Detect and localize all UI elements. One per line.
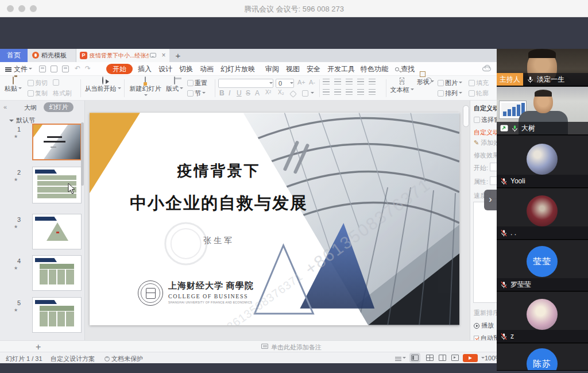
print-icon[interactable]	[51, 66, 57, 72]
notes-placeholder[interactable]: 单击此处添加备注	[271, 343, 322, 352]
add-slide-button[interactable]: +	[36, 342, 41, 352]
underline-button[interactable]: U	[237, 89, 242, 97]
slide-thumbnail-4[interactable]	[32, 255, 82, 291]
new-slide-button[interactable]: 新建幻灯片	[127, 77, 163, 99]
notes-icon	[261, 344, 268, 349]
clear-format-icon[interactable]	[291, 89, 297, 97]
slideshow-play-button[interactable]	[463, 354, 478, 362]
cut-button[interactable]: 剪切	[28, 79, 48, 87]
tab-document[interactable]: P 疫情背景下中小...经张生军(1) ×	[76, 49, 169, 62]
anim-property-select[interactable]	[490, 176, 497, 185]
participant-tile[interactable]: Yooli	[497, 136, 588, 188]
normal-view-button[interactable]	[411, 355, 419, 362]
participant-tile-host[interactable]: 主持人 淡定一生	[497, 49, 588, 86]
slideshow-view-button[interactable]	[451, 355, 459, 362]
anim-play-button[interactable]: 播放	[474, 321, 494, 330]
picture-icon	[438, 80, 444, 86]
format-painter-button[interactable]: 格式刷	[53, 89, 72, 98]
auto-preview-checkbox[interactable]: 自动预览	[474, 334, 497, 340]
menu-home-tab[interactable]: 开始	[106, 64, 133, 74]
participant-tile[interactable]: 陈苏	[497, 344, 588, 371]
menu-special-features[interactable]: 特色功能	[361, 64, 388, 74]
undo-icon[interactable]: ↶	[75, 64, 80, 72]
participant-tile[interactable]: . .	[497, 189, 588, 240]
sidebar-collapse-icon[interactable]: «	[3, 103, 7, 110]
menu-view[interactable]: 视图	[286, 64, 300, 74]
custom-animation-tab[interactable]: 自定义动画	[474, 128, 497, 137]
outline-tab[interactable]: 大纲	[24, 103, 37, 112]
picture-button[interactable]: 图片	[438, 79, 462, 87]
participant-tile[interactable]: z	[497, 292, 588, 343]
shrink-font-button[interactable]: A-	[309, 79, 315, 86]
alignment-buttons[interactable]	[323, 89, 380, 96]
play-from-current-button[interactable]: 从当前开始	[84, 77, 122, 92]
menu-insert[interactable]: 插入	[138, 64, 152, 74]
animation-star-icon: ★	[14, 177, 18, 182]
sidebar-scrollbar[interactable]	[81, 122, 84, 186]
video-panel-collapse-button[interactable]: ›	[484, 190, 497, 210]
menu-design[interactable]: 设计	[158, 64, 172, 74]
print-preview-icon[interactable]	[62, 66, 69, 72]
slide-thumbnail-5[interactable]	[32, 297, 82, 333]
slide-title-block[interactable]: 疫情背景下 中小企业的自救与发展 张生军	[108, 161, 330, 246]
slide-thumbnail-1[interactable]	[32, 124, 82, 160]
animation-list[interactable]	[473, 202, 497, 303]
comment-icon[interactable]	[150, 53, 156, 57]
menu-dev-tools[interactable]: 开发工具	[327, 64, 355, 74]
font-color-button[interactable]: A	[255, 89, 260, 97]
fill-button[interactable]: 填充	[469, 79, 489, 87]
copy-button[interactable]: 复制	[28, 89, 48, 98]
cloud-sync-icon[interactable]	[482, 67, 491, 71]
strikethrough-button[interactable]: S	[246, 89, 250, 97]
menu-review[interactable]: 审阅	[265, 64, 279, 74]
participant-tile[interactable]: 大树	[497, 87, 588, 135]
add-effect-button[interactable]: ✎ 添加效果	[474, 139, 497, 147]
layout-button[interactable]: 版式	[164, 77, 185, 92]
outline-button[interactable]: 轮廓	[469, 89, 489, 98]
menu-slideshow[interactable]: 幻灯片放映	[220, 64, 255, 74]
font-family-input[interactable]	[218, 79, 273, 88]
participant-tile[interactable]: 莹莹 罗莹莹	[497, 240, 588, 291]
tab-close-icon[interactable]: ×	[160, 49, 168, 62]
superscript-button[interactable]: X²	[265, 89, 271, 95]
grow-font-button[interactable]: A+	[297, 79, 305, 86]
paste-button[interactable]: 粘贴	[3, 77, 24, 92]
menu-security[interactable]: 安全	[307, 64, 320, 74]
bold-button[interactable]: B	[219, 89, 225, 97]
bullets-button[interactable]	[323, 79, 380, 86]
subscript-button[interactable]: X₂	[278, 89, 284, 95]
textbox-button[interactable]: A文本框	[389, 77, 415, 93]
tab-docer[interactable]: 稻壳模板	[28, 49, 76, 62]
text-effects-icon[interactable]	[302, 89, 314, 97]
slide-canvas[interactable]: +8613508376371 +8613508376371 疫情背景下 中小企业…	[90, 113, 459, 325]
selection-pane-button[interactable]: 选择窗格	[474, 116, 497, 124]
document-protection-status[interactable]: 文档未保护	[105, 355, 143, 363]
font-size-input[interactable]: 0	[276, 79, 294, 88]
hamburger-icon[interactable]	[5, 67, 11, 68]
arrange-button[interactable]: 排列	[438, 89, 462, 98]
new-tab-button[interactable]: +	[172, 49, 184, 62]
format-painter-icon-button[interactable]	[53, 79, 60, 86]
default-section-row[interactable]: 默认节	[9, 116, 35, 125]
menu-transition[interactable]: 切换	[179, 64, 193, 74]
slide-scrollbar[interactable]	[463, 105, 469, 127]
section-button[interactable]: 节	[187, 89, 206, 98]
slides-tab[interactable]: 幻灯片	[44, 102, 74, 112]
reading-view-button[interactable]	[439, 355, 446, 362]
menu-search[interactable]: 查找	[395, 64, 415, 74]
menu-file[interactable]: 文件	[14, 64, 32, 74]
play-options-caret[interactable]	[480, 355, 485, 362]
design-scheme-button[interactable]: 自定义设计方案	[51, 355, 95, 363]
slide-sorter-view-button[interactable]	[426, 355, 434, 362]
notes-toggle-icon[interactable]	[395, 355, 406, 362]
zoom-level[interactable]: 100%	[485, 355, 497, 362]
save-icon[interactable]	[39, 66, 46, 72]
italic-button[interactable]: I	[229, 89, 230, 97]
reset-button[interactable]: 重置	[187, 79, 207, 87]
redo-icon[interactable]: ↷	[85, 64, 91, 72]
anim-start-select[interactable]	[490, 163, 497, 171]
menu-animation[interactable]: 动画	[200, 64, 214, 74]
tab-home[interactable]: 首页	[0, 49, 28, 62]
shapes-button[interactable]: 形状	[416, 77, 435, 85]
slide-thumbnail-3[interactable]	[32, 214, 82, 249]
